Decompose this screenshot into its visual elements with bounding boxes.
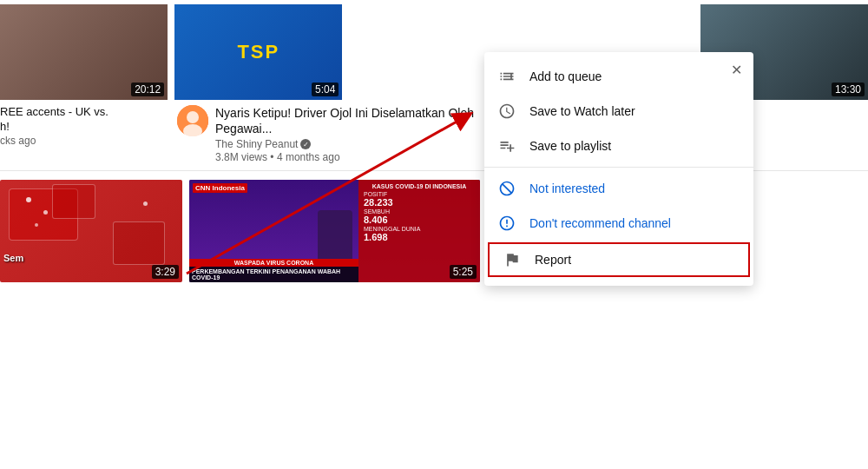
- sem-text: Sem: [3, 253, 23, 263]
- bottom-thumb-left[interactable]: Sem 3:29: [0, 180, 182, 282]
- left-video-title-1: REE accents - UK vs.: [0, 105, 170, 120]
- channel-name-row: The Shiny Peanut ✓: [215, 138, 491, 150]
- flag-icon: [503, 251, 521, 268]
- duration-left: 20:12: [131, 83, 164, 96]
- covid-bottom-text: PERKEMBANGAN TERKINI PENANGANAN WABAH CO…: [189, 267, 358, 282]
- menu-item-report[interactable]: Report: [488, 242, 750, 277]
- menu-label-watch-later: Save to Watch later: [529, 104, 635, 118]
- covid-stat-title: KASUS COVID-19 DI INDONESIA: [364, 183, 475, 189]
- duration-mid: 5:04: [312, 83, 339, 96]
- menu-label-add-queue: Add to queue: [529, 69, 602, 83]
- menu-label-report: Report: [535, 253, 571, 267]
- dont-recommend-icon: [498, 215, 516, 232]
- main-video-text: Nyaris Ketipu! Driver Ojol Ini Diselamat…: [215, 105, 491, 163]
- tsp-logo: TSP: [237, 41, 279, 63]
- bottom-thumb-mid[interactable]: KASUS COVID-19 DI INDONESIA POSITIF 28.2…: [189, 180, 480, 282]
- thumb-left[interactable]: 20:12: [0, 4, 168, 100]
- channel-name: The Shiny Peanut: [215, 138, 298, 150]
- menu-item-dont-recommend[interactable]: Don't recommend channel: [484, 206, 753, 241]
- page-container: 20:12 TSP 5:04 13:30 REE accents - UK vs…: [0, 0, 868, 469]
- video-stats: 3.8M views • 4 months ago: [215, 151, 491, 163]
- left-video-title-2: h!: [0, 120, 170, 133]
- menu-label-dont-recommend: Don't recommend channel: [529, 216, 671, 230]
- menu-item-playlist[interactable]: Save to playlist: [484, 129, 753, 163]
- channel-avatar: [177, 105, 208, 136]
- menu-item-watch-later[interactable]: Save to Watch later: [484, 94, 753, 129]
- clock-icon: [498, 102, 516, 120]
- menu-label-playlist: Save to playlist: [529, 139, 611, 153]
- verified-icon: ✓: [300, 139, 311, 149]
- sembuh-count: 8.406: [364, 215, 475, 225]
- menu-label-not-interested: Not interested: [529, 182, 605, 195]
- menu-close-button[interactable]: ✕: [726, 59, 746, 80]
- thumb-mid[interactable]: TSP 5:04: [174, 4, 342, 100]
- svg-point-1: [187, 111, 199, 123]
- meninggal-count: 1.698: [364, 232, 475, 242]
- bottom-duration-mid: 5:25: [450, 265, 477, 279]
- main-video-title: Nyaris Ketipu! Driver Ojol Ini Diselamat…: [215, 105, 491, 136]
- queue-icon: [498, 68, 516, 85]
- bottom-duration-left: 3:29: [152, 265, 179, 279]
- menu-item-not-interested[interactable]: Not interested: [484, 171, 753, 206]
- main-video-info: Nyaris Ketipu! Driver Ojol Ini Diselamat…: [174, 105, 495, 163]
- playlist-add-icon: [498, 137, 516, 155]
- not-interested-icon: [498, 180, 516, 197]
- menu-item-add-queue[interactable]: Add to queue: [484, 59, 753, 94]
- left-video-info: REE accents - UK vs. h! cks ago: [0, 105, 174, 147]
- cnn-logo: CNN Indonesia: [193, 183, 247, 193]
- left-video-meta: cks ago: [0, 135, 170, 147]
- menu-divider-1: [484, 167, 753, 168]
- duration-right: 13:30: [832, 83, 865, 96]
- context-menu: Add to queue Save to Watch later Save to…: [484, 52, 753, 286]
- positif-count: 28.233: [364, 197, 475, 208]
